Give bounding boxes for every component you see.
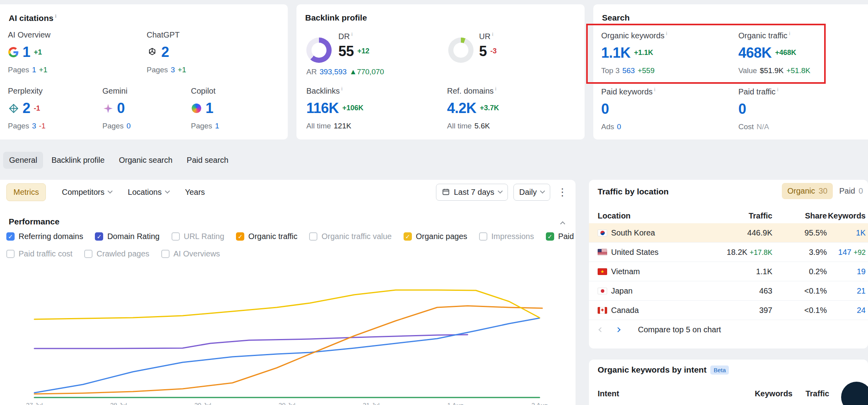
panel-title: Traffic by location bbox=[598, 187, 669, 196]
checkbox-icon bbox=[161, 250, 170, 258]
pages-count-link[interactable]: 3 bbox=[171, 66, 175, 74]
chart-toolbar: Metrics Competitors Locations Years Last… bbox=[6, 183, 569, 201]
checkbox-icon bbox=[236, 232, 244, 241]
metric-checkbox-organic-traffic-value[interactable]: Organic traffic value bbox=[309, 232, 392, 241]
keywords-count-link[interactable]: 1K bbox=[856, 228, 866, 237]
canada-flag-icon bbox=[598, 307, 607, 314]
keywords-count-link[interactable]: 19 bbox=[857, 267, 866, 276]
chart-line-organic-traffic bbox=[34, 306, 542, 394]
perplexity-count[interactable]: 2 bbox=[23, 100, 30, 117]
keywords-count-link[interactable]: 24 bbox=[857, 306, 866, 315]
organic-keywords-count[interactable]: 1.1K bbox=[601, 45, 630, 61]
ads-count-link[interactable]: 0 bbox=[617, 122, 621, 131]
pages-count-link[interactable]: 1 bbox=[215, 122, 219, 130]
competitors-dropdown[interactable]: Competitors bbox=[62, 188, 112, 197]
tab-backlink-profile[interactable]: Backlink profile bbox=[45, 152, 111, 169]
tab-general[interactable]: General bbox=[3, 152, 43, 169]
checkbox-icon bbox=[546, 232, 554, 241]
stat-paid-traffic: Paid traffic 0 Cost N/A bbox=[738, 87, 778, 131]
copilot-count[interactable]: 1 bbox=[206, 100, 213, 117]
metric-checkbox-ai-overviews[interactable]: AI Overviews bbox=[161, 249, 220, 258]
google-icon bbox=[8, 47, 19, 58]
metric-checkbox-referring-domains[interactable]: Referring domains bbox=[6, 232, 83, 241]
date-range-button[interactable]: Last 7 days bbox=[436, 184, 508, 201]
checkbox-icon bbox=[95, 232, 103, 241]
keywords-by-intent-panel: Organic keywords by intent Beta Intent K… bbox=[589, 360, 868, 405]
compare-top5-link[interactable]: Compare top 5 on chart bbox=[638, 325, 721, 334]
collapse-section-button[interactable] bbox=[560, 221, 565, 226]
chatgpt-count[interactable]: 2 bbox=[161, 44, 169, 60]
keywords-count-link[interactable]: 21 bbox=[857, 286, 866, 295]
chevron-down-icon bbox=[540, 188, 545, 194]
organic-paid-toggle: Organic 30 Paid 0 bbox=[782, 183, 866, 199]
backlinks-count[interactable]: 116K bbox=[306, 100, 339, 117]
metric-checkbox-url-rating[interactable]: URL Rating bbox=[172, 232, 225, 241]
table-row: South Korea 446.9K 95.5% 1K bbox=[589, 223, 868, 243]
next-page-button[interactable] bbox=[616, 328, 620, 332]
info-icon[interactable] bbox=[666, 30, 667, 36]
checkbox-icon bbox=[6, 232, 15, 241]
south-korea-flag-icon bbox=[598, 230, 607, 236]
ai-citations-card: AI citations AI Overview 1 +1 Pages 1 +1… bbox=[0, 4, 288, 139]
info-icon[interactable] bbox=[55, 13, 57, 19]
organic-toggle-button[interactable]: Organic 30 bbox=[782, 183, 833, 199]
more-options-button[interactable] bbox=[556, 186, 569, 198]
gemini-icon bbox=[102, 103, 113, 114]
stat-organic-traffic: Organic traffic 468K +468K Value $51.9K … bbox=[738, 30, 810, 75]
table-row: United States 18.2K +17.8K 3.9% 147 +92 bbox=[589, 243, 868, 262]
info-icon[interactable] bbox=[351, 31, 353, 37]
info-icon[interactable] bbox=[789, 30, 790, 36]
metrics-button[interactable]: Metrics bbox=[6, 183, 46, 201]
top3-count-link[interactable]: 563 bbox=[622, 66, 635, 75]
ar-rank-link[interactable]: 393,593 bbox=[319, 68, 347, 76]
info-icon[interactable] bbox=[495, 86, 496, 92]
chart-x-label: 31 Jul bbox=[363, 402, 380, 405]
locations-dropdown[interactable]: Locations bbox=[128, 188, 169, 197]
organic-traffic-count[interactable]: 468K bbox=[738, 45, 772, 61]
granularity-button[interactable]: Daily bbox=[513, 184, 550, 201]
chart-x-label: 30 Jul bbox=[279, 402, 296, 405]
info-icon[interactable] bbox=[341, 86, 342, 92]
chart-x-label: 28 Jul bbox=[110, 402, 127, 405]
info-icon[interactable] bbox=[777, 87, 778, 92]
checkbox-icon bbox=[172, 232, 180, 241]
performance-panel: 27 Jul28 Jul29 Jul30 Jul31 Jul1 Aug2 Aug… bbox=[0, 180, 576, 405]
metric-checkbox-row: Paid traffic cost Crawled pages AI Overv… bbox=[6, 249, 220, 258]
stat-paid-keywords: Paid keywords 0 Ads 0 bbox=[601, 87, 655, 131]
pages-count-link[interactable]: 0 bbox=[126, 122, 131, 130]
card-title: Backlink profile bbox=[305, 13, 367, 23]
stat-ai-overview: AI Overview 1 +1 Pages 1 +1 bbox=[8, 30, 51, 74]
metric-checkbox-paid-traffic[interactable]: Paid traffic bbox=[546, 232, 576, 241]
gemini-count[interactable]: 0 bbox=[117, 100, 125, 117]
tab-organic-search[interactable]: Organic search bbox=[113, 152, 179, 169]
metric-checkbox-domain-rating[interactable]: Domain Rating bbox=[95, 232, 159, 241]
table-row: Vietnam 1.1K 0.2% 19 bbox=[589, 262, 868, 281]
metric-checkbox-crawled-pages[interactable]: Crawled pages bbox=[84, 249, 149, 258]
metric-checkbox-organic-pages[interactable]: Organic pages bbox=[404, 232, 467, 241]
checkbox-icon bbox=[479, 232, 487, 241]
overview-tabs: General Backlink profile Organic search … bbox=[3, 152, 234, 169]
metric-checkbox-paid-traffic-cost[interactable]: Paid traffic cost bbox=[6, 249, 72, 258]
ai-overview-count[interactable]: 1 bbox=[23, 44, 30, 60]
checkbox-icon bbox=[6, 250, 15, 258]
chevron-down-icon bbox=[165, 188, 170, 194]
paid-toggle-button[interactable]: Paid 0 bbox=[836, 183, 866, 199]
paid-traffic-count[interactable]: 0 bbox=[738, 101, 746, 117]
metric-checkbox-impressions[interactable]: Impressions bbox=[479, 232, 534, 241]
stat-chatgpt: ChatGPT 2 Pages 3 +1 bbox=[147, 30, 186, 74]
tab-paid-search[interactable]: Paid search bbox=[181, 152, 234, 169]
metric-checkbox-organic-traffic[interactable]: Organic traffic bbox=[236, 232, 297, 241]
beta-badge: Beta bbox=[710, 365, 729, 375]
pages-count-link[interactable]: 1 bbox=[32, 66, 36, 74]
pages-count-link[interactable]: 3 bbox=[32, 122, 36, 130]
paid-keywords-count[interactable]: 0 bbox=[601, 101, 609, 117]
info-icon[interactable] bbox=[654, 87, 655, 92]
stat-gemini: Gemini 0 Pages 0 bbox=[102, 87, 130, 130]
stat-backlinks: Backlinks 116K +106K All time 121K bbox=[306, 86, 364, 130]
table-header-row: Location Traffic Share Keywords bbox=[589, 208, 868, 223]
keywords-count-link[interactable]: 147 bbox=[838, 248, 851, 256]
years-button[interactable]: Years bbox=[185, 188, 205, 197]
stat-copilot: Copilot 1 Pages 1 bbox=[191, 87, 219, 130]
ref-domains-count[interactable]: 4.2K bbox=[447, 100, 476, 117]
info-icon[interactable] bbox=[492, 31, 493, 37]
